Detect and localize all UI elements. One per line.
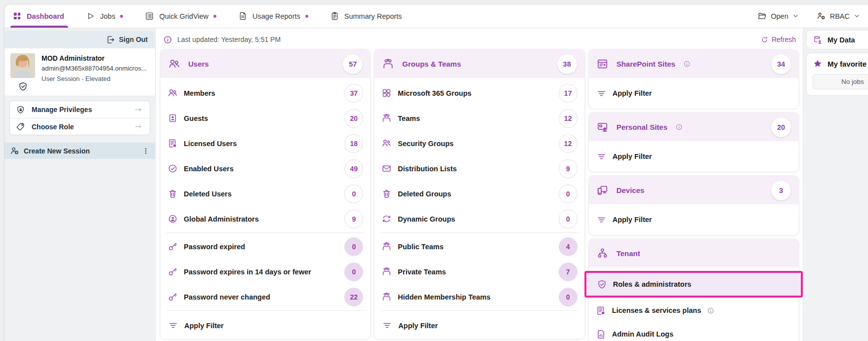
metric-row-public-teams[interactable]: Public Teams 4 [374,234,584,259]
tab-jobs[interactable]: Jobs [86,4,124,28]
nav-tabs: Dashboard Jobs Quick GridView Usage Repo… [12,4,402,28]
metric-row-members[interactable]: Members 37 [161,80,370,106]
devices-apply-filter-button[interactable]: Apply Filter [589,204,798,235]
personal-sites-card-header[interactable]: Personal Sites 20 [589,113,798,141]
metric-label: Password expired [184,243,245,251]
metric-row-global-administrators[interactable]: Global Administrators 9 [161,206,370,231]
metric-row-enabled-users[interactable]: Enabled Users 49 [161,156,370,181]
tab-dashboard[interactable]: Dashboard [12,4,64,28]
gridview-icon [145,11,154,21]
people-gear-icon [817,11,826,21]
m365-groups-icon [381,88,392,98]
open-menu-button[interactable]: Open [757,11,798,21]
metric-row-teams[interactable]: Teams 12 [374,106,584,131]
tab-summary-reports[interactable]: Summary Reports [330,4,402,28]
notification-dot [305,15,308,18]
metric-count-badge: 20 [344,109,363,128]
choose-role-button[interactable]: Choose Role [10,118,150,135]
users-apply-filter-button[interactable]: Apply Filter [161,312,370,339]
personal-sites-apply-filter-button[interactable]: Apply Filter [589,141,798,172]
metric-label: Hidden Membership Teams [398,293,490,301]
metric-row-guests[interactable]: Guests 20 [161,106,370,131]
metric-count-badge: 49 [344,159,363,178]
tab-label: Dashboard [27,12,64,20]
people-icon [168,58,180,70]
devices-card-header[interactable]: Devices 3 [589,176,798,204]
sign-out-button[interactable]: Sign Out [5,31,155,48]
apply-filter-label: Apply Filter [184,322,224,330]
tenant-row-licenses-services-plans[interactable]: Licenses & services plans [589,299,798,322]
card-title: Tenant [617,249,640,258]
tenant-row-admin-audit-logs[interactable]: Admin Audit Logs [589,322,798,341]
my-data-button[interactable]: My Data [807,31,868,49]
metric-row-password-never-changed[interactable]: Password never changed 22 [161,284,370,309]
users-card-header[interactable]: Users 57 [161,50,370,78]
metric-row-licensed-users[interactable]: Licensed Users 18 [161,131,370,156]
user-name: MOD Administrator [41,53,147,62]
user-session-status: User Session - Elevated [41,75,147,82]
metric-row-dynamic-groups[interactable]: Dynamic Groups 0 [374,206,584,231]
kebab-menu-icon[interactable] [142,147,150,155]
dashboard-main: Last updated: Yesterday, 5:51 PM Refresh… [156,28,803,341]
document-icon [238,11,248,21]
apply-filter-label: Apply Filter [613,152,652,160]
metric-label: Members [184,89,215,97]
metric-row-password-expires-soon[interactable]: Password expires in 14 days or fewer 0 [161,259,370,284]
divider [166,310,364,311]
metric-label: Public Teams [398,243,443,251]
info-icon [683,60,691,68]
user-email: admin@M365x88704954.onmicros... [41,65,147,72]
tenant-row-label: Licenses & services plans [612,306,702,314]
metric-row-deleted-users[interactable]: Deleted Users 0 [161,181,370,206]
create-new-session-button[interactable]: Create New Session [4,143,155,159]
tab-label: Usage Reports [252,12,300,20]
metric-row-deleted-groups[interactable]: Deleted Groups 0 [374,181,584,206]
groups-apply-filter-button[interactable]: Apply Filter [374,312,584,339]
dashboard-grid-icon [12,11,22,21]
manage-privileges-button[interactable]: Manage Privileges [10,101,150,118]
card-title: Personal Sites [617,123,667,131]
card-title: Devices [617,186,645,194]
tab-quick-gridview[interactable]: Quick GridView [145,4,216,28]
metric-row-hidden-membership-teams[interactable]: Hidden Membership Teams 0 [374,284,584,309]
content-area: Sign Out MOD Administrator [4,28,868,341]
rbac-menu-button[interactable]: RBAC [817,11,860,21]
count-badge: 57 [343,54,363,74]
tenant-row-roles-administrators[interactable]: Roles & administrators [586,273,801,296]
card-title: Groups & Teams [402,60,461,68]
column-groups: Groups & Teams 38 Microsoft 365 Groups 1… [374,50,584,339]
dashboard-header: Last updated: Yesterday, 5:51 PM Refresh [161,31,798,48]
license-icon [167,138,178,149]
create-session-label: Create New Session [24,147,90,155]
metric-label: Enabled Users [184,165,234,173]
clipboard-icon [330,11,339,21]
metric-row-private-teams[interactable]: Private Teams 7 [374,259,584,284]
notification-dot [213,15,216,18]
key-icon [167,292,178,302]
tag-icon [16,122,25,131]
count-badge: 38 [557,54,577,74]
metric-count-badge: 18 [344,134,363,153]
metric-row-security-groups[interactable]: Security Groups 12 [374,131,584,156]
metric-count-badge: 9 [344,210,363,228]
tab-usage-reports[interactable]: Usage Reports [238,4,308,28]
refresh-icon [761,36,768,43]
apply-filter-label: Apply Filter [613,216,652,224]
filter-icon [596,215,607,225]
metric-row-distribution-lists[interactable]: Distribution Lists 9 [374,156,584,181]
star-icon [813,59,823,69]
nav-utilities: Open RBAC [757,11,860,21]
metric-count-badge: 7 [559,263,578,281]
count-badge: 34 [771,54,791,74]
metric-count-badge: 0 [344,263,363,281]
groups-card-header[interactable]: Groups & Teams 38 [374,50,584,78]
metric-label: Dynamic Groups [398,215,455,223]
sharepoint-card-header[interactable]: SharePoint Sites 34 [589,50,798,78]
refresh-button[interactable]: Refresh [761,36,796,43]
filter-icon [168,320,178,331]
metric-count-badge: 0 [344,237,363,256]
metric-row-m365-groups[interactable]: Microsoft 365 Groups 17 [374,80,584,106]
metric-row-password-expired[interactable]: Password expired 0 [161,234,370,259]
metric-label: Teams [398,114,420,122]
sharepoint-apply-filter-button[interactable]: Apply Filter [589,78,798,109]
